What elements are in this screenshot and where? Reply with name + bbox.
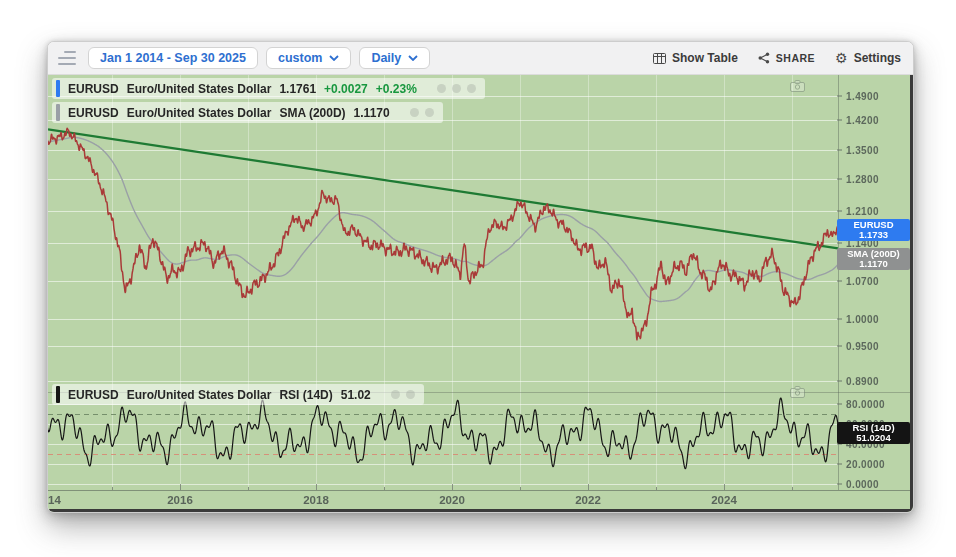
y-axis-rsi-label: 80.0000 bbox=[837, 399, 885, 410]
y-axis-price-label: 1.3500 bbox=[837, 145, 879, 156]
camera-icon[interactable] bbox=[790, 386, 805, 398]
legend-action-icons[interactable] bbox=[437, 84, 476, 93]
legend-action-icons[interactable] bbox=[410, 108, 434, 117]
x-axis-label: 2018 bbox=[294, 494, 338, 506]
y-axis-price-label: 0.9500 bbox=[837, 341, 879, 352]
x-axis-label: 2020 bbox=[430, 494, 474, 506]
legend-name: Euro/United States Dollar bbox=[127, 388, 272, 402]
legend-value: 1.1761 bbox=[279, 82, 316, 96]
chart-window: Jan 1 2014 - Sep 30 2025 custom Daily Sh… bbox=[47, 41, 914, 513]
price-chart-canvas[interactable] bbox=[48, 75, 913, 512]
series-color-bar bbox=[56, 386, 60, 403]
rsi-axis-badge: RSI (14D)51.0204 bbox=[837, 422, 910, 444]
price-axis-badge: EURUSD1.1733 bbox=[837, 219, 910, 241]
range-mode-label: custom bbox=[278, 51, 322, 65]
legend-value: 51.02 bbox=[341, 388, 371, 402]
sma-axis-badge: SMA (200D)1.1170 bbox=[837, 248, 910, 270]
range-mode-select[interactable]: custom bbox=[266, 47, 351, 69]
period-select[interactable]: Daily bbox=[359, 47, 430, 69]
period-label: Daily bbox=[371, 51, 401, 65]
toolbar-right: Show Table SHARE ⚙ Settings bbox=[653, 51, 901, 65]
settings-button[interactable]: ⚙ Settings bbox=[835, 51, 901, 65]
x-axis-label: 2022 bbox=[566, 494, 610, 506]
y-axis-price-label: 1.4200 bbox=[837, 115, 879, 126]
legend-name: Euro/United States Dollar bbox=[127, 82, 272, 96]
gear-icon: ⚙ bbox=[835, 51, 848, 65]
chart-region: EURUSD Euro/United States Dollar 1.1761 … bbox=[48, 75, 913, 512]
legend-rsi[interactable]: EURUSD Euro/United States Dollar RSI (14… bbox=[52, 384, 424, 405]
y-axis-price-label: 1.2100 bbox=[837, 206, 879, 217]
legend-symbol: EURUSD bbox=[68, 106, 119, 120]
settings-label: Settings bbox=[854, 51, 901, 65]
y-axis-rsi-label: 0.0000 bbox=[837, 479, 879, 490]
legend-price[interactable]: EURUSD Euro/United States Dollar 1.1761 … bbox=[52, 78, 485, 99]
chevron-down-icon bbox=[408, 55, 418, 61]
show-table-label: Show Table bbox=[672, 51, 738, 65]
legend-symbol: EURUSD bbox=[68, 388, 119, 402]
x-axis-label: 2016 bbox=[158, 494, 202, 506]
date-range-button[interactable]: Jan 1 2014 - Sep 30 2025 bbox=[88, 47, 258, 69]
share-button[interactable]: SHARE bbox=[758, 52, 815, 64]
x-axis-label: 2024 bbox=[702, 494, 746, 506]
series-color-bar bbox=[56, 104, 60, 121]
series-color-bar bbox=[56, 80, 60, 97]
x-axis-label: 14 bbox=[48, 494, 70, 506]
y-axis-price-label: 0.8900 bbox=[837, 376, 879, 387]
y-axis-price-label: 1.4900 bbox=[837, 91, 879, 102]
y-axis-price-label: 1.2800 bbox=[837, 174, 879, 185]
chevron-down-icon bbox=[329, 55, 339, 61]
y-axis-price-label: 1.0700 bbox=[837, 276, 879, 287]
legend-sma[interactable]: EURUSD Euro/United States Dollar SMA (20… bbox=[52, 102, 443, 123]
share-label: SHARE bbox=[776, 52, 815, 64]
menu-icon[interactable] bbox=[58, 51, 76, 65]
y-axis-price-label: 1.0000 bbox=[837, 314, 879, 325]
share-icon bbox=[758, 52, 770, 64]
toolbar: Jan 1 2014 - Sep 30 2025 custom Daily Sh… bbox=[48, 42, 913, 75]
y-axis-rsi-label: 20.0000 bbox=[837, 459, 885, 470]
legend-name: Euro/United States Dollar bbox=[127, 106, 272, 120]
legend-action-icons[interactable] bbox=[391, 390, 415, 399]
legend-indicator: SMA (200D) bbox=[279, 106, 345, 120]
show-table-button[interactable]: Show Table bbox=[653, 51, 738, 65]
camera-icon[interactable] bbox=[790, 80, 805, 92]
legend-indicator: RSI (14D) bbox=[279, 388, 332, 402]
legend-symbol: EURUSD bbox=[68, 82, 119, 96]
table-icon bbox=[653, 53, 666, 64]
legend-value: 1.1170 bbox=[354, 106, 390, 120]
legend-change: +0.0027 bbox=[324, 82, 368, 96]
legend-change-pct: +0.23% bbox=[376, 82, 417, 96]
